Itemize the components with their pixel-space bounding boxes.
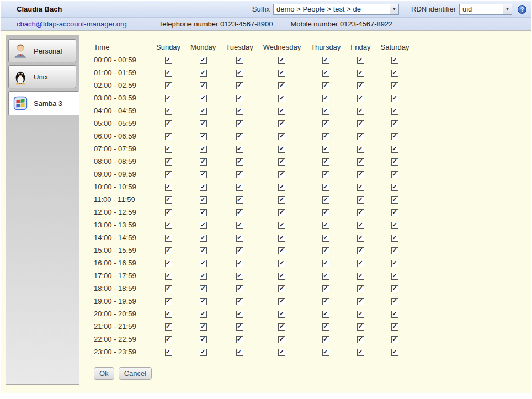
- help-icon[interactable]: ?: [518, 5, 526, 14]
- hour-checkbox[interactable]: [357, 95, 364, 102]
- hour-checkbox[interactable]: [322, 273, 329, 280]
- rdn-identifier-select[interactable]: uid ▼: [459, 4, 512, 15]
- hour-checkbox[interactable]: [236, 209, 243, 216]
- hour-checkbox[interactable]: [165, 70, 172, 77]
- hour-checkbox[interactable]: [200, 336, 207, 343]
- hour-checkbox[interactable]: [200, 133, 207, 140]
- hour-checkbox[interactable]: [236, 120, 243, 127]
- hour-checkbox[interactable]: [236, 260, 243, 267]
- hour-checkbox[interactable]: [165, 235, 172, 242]
- hour-checkbox[interactable]: [200, 209, 207, 216]
- hour-checkbox[interactable]: [278, 82, 285, 89]
- hour-checkbox[interactable]: [165, 222, 172, 229]
- hour-checkbox[interactable]: [165, 108, 172, 115]
- hour-checkbox[interactable]: [236, 336, 243, 343]
- hour-checkbox[interactable]: [236, 349, 243, 356]
- hour-checkbox[interactable]: [357, 273, 364, 280]
- hour-checkbox[interactable]: [278, 184, 285, 191]
- hour-checkbox[interactable]: [357, 196, 364, 204]
- hour-checkbox[interactable]: [322, 120, 329, 127]
- hour-checkbox[interactable]: [357, 260, 364, 267]
- email-link[interactable]: cbach@ldap-account-manager.org: [17, 20, 127, 28]
- hour-checkbox[interactable]: [322, 146, 329, 153]
- hour-checkbox[interactable]: [278, 349, 285, 356]
- hour-checkbox[interactable]: [165, 336, 172, 343]
- hour-checkbox[interactable]: [236, 146, 243, 153]
- hour-checkbox[interactable]: [391, 184, 398, 191]
- hour-checkbox[interactable]: [357, 120, 364, 127]
- hour-checkbox[interactable]: [165, 298, 172, 305]
- hour-checkbox[interactable]: [322, 298, 329, 305]
- hour-checkbox[interactable]: [391, 273, 398, 280]
- hour-checkbox[interactable]: [200, 57, 207, 64]
- hour-checkbox[interactable]: [322, 158, 329, 166]
- hour-checkbox[interactable]: [165, 120, 172, 127]
- hour-checkbox[interactable]: [391, 349, 398, 356]
- hour-checkbox[interactable]: [236, 108, 243, 115]
- hour-checkbox[interactable]: [391, 82, 398, 89]
- hour-checkbox[interactable]: [391, 158, 398, 166]
- hour-checkbox[interactable]: [236, 323, 243, 331]
- hour-checkbox[interactable]: [165, 171, 172, 178]
- hour-checkbox[interactable]: [322, 222, 329, 229]
- hour-checkbox[interactable]: [357, 209, 364, 216]
- hour-checkbox[interactable]: [200, 108, 207, 115]
- hour-checkbox[interactable]: [200, 146, 207, 153]
- hour-checkbox[interactable]: [391, 196, 398, 204]
- hour-checkbox[interactable]: [391, 57, 398, 64]
- hour-checkbox[interactable]: [322, 260, 329, 267]
- chevron-down-icon[interactable]: ▼: [390, 4, 398, 14]
- hour-checkbox[interactable]: [200, 235, 207, 242]
- hour-checkbox[interactable]: [236, 298, 243, 305]
- hour-checkbox[interactable]: [357, 311, 364, 318]
- hour-checkbox[interactable]: [322, 82, 329, 89]
- hour-checkbox[interactable]: [200, 171, 207, 178]
- hour-checkbox[interactable]: [357, 158, 364, 166]
- hour-checkbox[interactable]: [322, 285, 329, 292]
- hour-checkbox[interactable]: [200, 120, 207, 127]
- hour-checkbox[interactable]: [165, 323, 172, 331]
- hour-checkbox[interactable]: [278, 158, 285, 166]
- hour-checkbox[interactable]: [391, 311, 398, 318]
- hour-checkbox[interactable]: [391, 133, 398, 140]
- hour-checkbox[interactable]: [278, 146, 285, 153]
- hour-checkbox[interactable]: [391, 146, 398, 153]
- hour-checkbox[interactable]: [200, 273, 207, 280]
- hour-checkbox[interactable]: [165, 196, 172, 204]
- hour-checkbox[interactable]: [236, 70, 243, 77]
- hour-checkbox[interactable]: [391, 171, 398, 178]
- hour-checkbox[interactable]: [278, 171, 285, 178]
- hour-checkbox[interactable]: [357, 222, 364, 229]
- chevron-down-icon[interactable]: ▼: [503, 4, 512, 14]
- hour-checkbox[interactable]: [278, 323, 285, 331]
- hour-checkbox[interactable]: [357, 108, 364, 115]
- hour-checkbox[interactable]: [391, 108, 398, 115]
- hour-checkbox[interactable]: [278, 70, 285, 77]
- tab-samba3[interactable]: Samba 3: [8, 91, 79, 115]
- hour-checkbox[interactable]: [391, 95, 398, 102]
- hour-checkbox[interactable]: [236, 171, 243, 178]
- hour-checkbox[interactable]: [278, 247, 285, 254]
- hour-checkbox[interactable]: [165, 133, 172, 140]
- hour-checkbox[interactable]: [391, 222, 398, 229]
- hour-checkbox[interactable]: [165, 285, 172, 292]
- hour-checkbox[interactable]: [200, 70, 207, 77]
- hour-checkbox[interactable]: [357, 323, 364, 331]
- hour-checkbox[interactable]: [322, 133, 329, 140]
- hour-checkbox[interactable]: [322, 323, 329, 331]
- hour-checkbox[interactable]: [236, 158, 243, 166]
- hour-checkbox[interactable]: [391, 209, 398, 216]
- ok-button[interactable]: Ok: [94, 367, 114, 380]
- hour-checkbox[interactable]: [200, 349, 207, 356]
- hour-checkbox[interactable]: [357, 285, 364, 292]
- hour-checkbox[interactable]: [165, 95, 172, 102]
- hour-checkbox[interactable]: [200, 196, 207, 204]
- suffix-select[interactable]: demo > People > test > de ▼: [273, 4, 399, 15]
- hour-checkbox[interactable]: [236, 82, 243, 89]
- hour-checkbox[interactable]: [357, 82, 364, 89]
- hour-checkbox[interactable]: [165, 260, 172, 267]
- hour-checkbox[interactable]: [278, 57, 285, 64]
- hour-checkbox[interactable]: [165, 273, 172, 280]
- hour-checkbox[interactable]: [236, 247, 243, 254]
- hour-checkbox[interactable]: [322, 108, 329, 115]
